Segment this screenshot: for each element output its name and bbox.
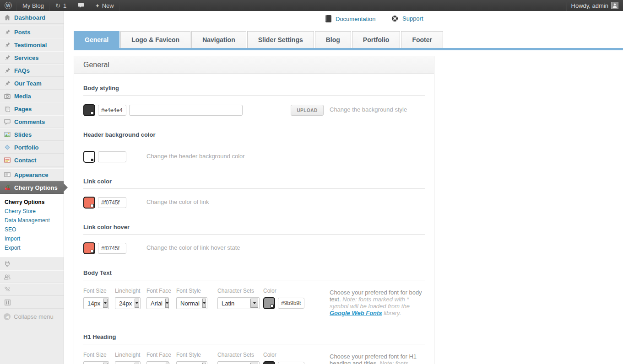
link-hover-color-input[interactable] (98, 243, 126, 254)
site-name-menu[interactable]: My Blog (17, 0, 50, 11)
field-label: Font Face (146, 352, 176, 358)
font-face-select[interactable]: Arial (146, 297, 169, 309)
field-label: Lineheight (115, 288, 146, 294)
text-color-field: Color (263, 352, 304, 364)
lineheight-select[interactable]: 24px (115, 297, 141, 309)
font-style-field: Font Style Normal (176, 288, 217, 309)
documentation-label: Documentation (336, 16, 375, 22)
background-image-input[interactable] (129, 105, 243, 116)
h1-font-face-select[interactable]: Rale (146, 361, 169, 364)
sidebar-item-pages[interactable]: Pages (0, 102, 64, 115)
sidebar-item-label: Contact (14, 157, 36, 164)
header-color-input[interactable] (98, 151, 126, 162)
sidebar-item-testimonial[interactable]: Testimonial (0, 38, 64, 51)
sidebar-item-our-team[interactable]: Our Team (0, 77, 64, 90)
sidebar-item-faqs[interactable]: FAQs (0, 64, 64, 77)
users-icon (4, 274, 11, 280)
sidebar-item-comments[interactable]: Comments (0, 115, 64, 128)
tab-blog[interactable]: Blog (315, 31, 351, 48)
image-icon (4, 132, 11, 137)
field-label: Character Sets (217, 352, 263, 358)
chevron-down-icon (135, 299, 139, 308)
tab-footer[interactable]: Footer (401, 31, 443, 48)
submenu-item-export[interactable]: Export (5, 243, 64, 252)
color-picker-notch (91, 250, 94, 253)
section-title-header-bg: Header background color (83, 131, 425, 138)
helper-text: Change the background style (330, 106, 407, 113)
new-label: New (102, 2, 114, 9)
font-style-field: Font Style Normal (176, 352, 217, 364)
h1-heading-row: Font Size 50px Lineheight 60px (83, 352, 425, 364)
chevron-down-icon (202, 299, 206, 308)
font-style-select[interactable]: Normal (176, 297, 207, 309)
sliders-icon (4, 300, 11, 305)
pushpin-icon (4, 55, 11, 61)
submenu-item-import[interactable]: Import (5, 234, 64, 243)
h1-color-picker-button[interactable] (263, 361, 275, 364)
sidebar-item-appearance[interactable]: Appearance (0, 168, 64, 181)
field-label: Color (263, 288, 304, 294)
sidebar-item-cherry-options[interactable]: Cherry Options (0, 181, 64, 194)
tab-slider-settings[interactable]: Slider Settings (247, 31, 314, 48)
link-color-input[interactable] (98, 197, 126, 208)
submenu-item-seo[interactable]: SEO (5, 225, 64, 234)
charsets-select[interactable]: Latin (217, 297, 260, 309)
background-color-input[interactable] (98, 105, 126, 116)
pushpin-icon (4, 29, 11, 35)
sidebar-item-slides[interactable]: Slides (0, 128, 64, 141)
documentation-link[interactable]: Documentation (325, 15, 375, 22)
wordpress-logo-button[interactable]: W (0, 0, 17, 11)
selected-value: Latin (222, 300, 234, 307)
link-hover-color-picker-button[interactable] (83, 242, 95, 254)
link-hover-row: Change the color of link hover state (83, 242, 425, 255)
section-title-body-styling: Body styling (83, 85, 425, 91)
field-label: Font Style (176, 352, 217, 358)
sidebar-item-tools[interactable] (0, 283, 64, 296)
submenu-item-cherry-options[interactable]: Cherry Options (5, 198, 64, 207)
h1-font-style-select[interactable]: Normal (176, 361, 207, 364)
upload-button[interactable]: UPLOAD (291, 105, 324, 116)
support-link[interactable]: Support (391, 15, 423, 22)
updates-menu[interactable]: ↻ 1 (50, 0, 72, 11)
header-color-picker-button[interactable] (83, 151, 95, 163)
sidebar-item-services[interactable]: Services (0, 51, 64, 64)
google-web-fonts-link[interactable]: Google Web Fonts (330, 310, 382, 316)
new-content-menu[interactable]: + New (90, 0, 120, 11)
h1-lineheight-select[interactable]: 60px (115, 361, 141, 364)
link-color-picker-button[interactable] (83, 197, 95, 209)
comments-menu[interactable] (72, 0, 90, 11)
sidebar-item-posts[interactable]: Posts (0, 26, 64, 38)
sidebar-item-plugins[interactable] (0, 257, 64, 270)
tab-portfolio[interactable]: Portfolio (352, 31, 401, 48)
h1-charsets-select[interactable]: Latin (217, 361, 260, 364)
background-color-picker-button[interactable] (83, 104, 95, 116)
sidebar-item-dashboard[interactable]: Dashboard (0, 11, 64, 24)
sidebar-item-media[interactable]: Media (0, 90, 64, 102)
sidebar-item-portfolio[interactable]: Portfolio (0, 141, 64, 154)
submenu-item-cherry-store[interactable]: Cherry Store (5, 207, 64, 216)
sidebar-item-users[interactable] (0, 270, 64, 283)
sidebar-item-label: Dashboard (14, 14, 45, 21)
site-name-label: My Blog (22, 2, 44, 9)
sidebar-item-contact[interactable]: Contact (0, 154, 64, 166)
tab-navigation[interactable]: Navigation (191, 31, 246, 48)
body-text-color-input[interactable] (278, 298, 304, 309)
font-size-select[interactable]: 14px (83, 297, 109, 309)
charsets-field: Character Sets Latin (217, 288, 263, 309)
divider (83, 95, 425, 96)
collapse-menu-button[interactable]: ◀ Collapse menu (0, 309, 64, 325)
tab-general[interactable]: General (74, 31, 119, 48)
body-text-color-picker-button[interactable] (263, 297, 275, 309)
tab-logo-favicon[interactable]: Logo & Favicon (120, 31, 190, 48)
account-menu[interactable]: Howdy, admin (566, 0, 623, 11)
contact-card-icon (4, 157, 11, 163)
divider (83, 344, 425, 344)
submenu-item-data-management[interactable]: Data Management (5, 216, 64, 225)
h1-heading-help: Choose your prefered font for H1 heading… (330, 353, 428, 364)
h1-font-size-select[interactable]: 50px (83, 361, 109, 364)
sidebar-item-settings[interactable] (0, 296, 64, 309)
body-text-help: Choose your prefered font for body text.… (330, 289, 428, 316)
h1-color-input[interactable] (278, 362, 304, 364)
selected-value: Normal (180, 300, 200, 307)
sidebar-item-label: FAQs (14, 67, 30, 74)
